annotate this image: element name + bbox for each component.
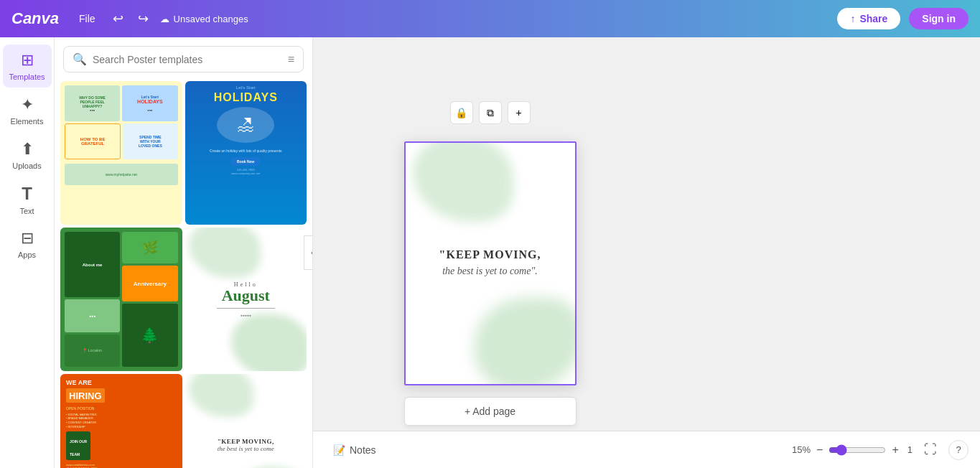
zoom-plus-icon[interactable]: + [892,444,898,457]
sidebar-item-elements[interactable]: ✦ Elements [3,89,52,132]
template-card-5[interactable]: WE ARE HIRING OPEN POSITION • DIGITAL MA… [60,374,182,468]
sidebar-item-text[interactable]: T Text [3,178,52,221]
uploads-icon: ⬆ [21,140,34,159]
sidebar-item-templates[interactable]: ⊞ Templates [3,45,52,88]
template-card-3[interactable]: About me ●●● 📍 Location 🌿 Anniversary 🌲 [60,228,182,371]
search-icon: 🔍 [73,52,87,66]
poster-copy-button[interactable]: ⧉ [479,101,502,124]
sidebar-item-apps[interactable]: ⊟ Apps [3,223,52,266]
sidebar-label-apps: Apps [18,251,36,259]
fullscreen-button[interactable]: ⛶ [921,439,940,460]
elements-icon: ✦ [21,95,34,114]
watercolor-blob-top [413,141,513,222]
notes-button[interactable]: 📝 Notes [325,440,385,460]
poster-card[interactable]: "KEEP MOVING, the best is yet to come". [404,141,577,385]
signin-button[interactable]: Sign in [909,8,969,29]
sidebar-item-uploads[interactable]: ⬆ Uploads [3,134,52,177]
poster-add-button[interactable]: + [508,101,531,124]
undo-button[interactable]: ↩ [110,8,126,29]
zoom-percent: 15% [792,444,811,455]
zoom-slider[interactable] [829,444,886,456]
poster-quote-main: "KEEP MOVING, [414,248,566,261]
add-page-button[interactable]: + Add page [404,397,577,426]
poster-text-container: "KEEP MOVING, the best is yet to come". [414,248,566,279]
template-card-4[interactable]: Hello August ●●●●● [185,228,307,371]
search-input[interactable] [93,54,282,65]
unsaved-indicator: ☁ Unsaved changes [160,14,248,24]
share-icon: ↑ [850,13,855,24]
unsaved-label: Unsaved changes [174,14,248,24]
collapse-panel-button[interactable]: ‹ [304,235,313,270]
apps-icon: ⊟ [21,229,34,248]
share-button[interactable]: ↑ Share [837,8,900,29]
canva-logo: Canva [11,9,59,28]
sidebar-label-templates: Templates [9,72,45,81]
share-label: Share [859,13,887,24]
redo-button[interactable]: ↪ [135,8,151,29]
search-bar: 🔍 ≡ [63,46,304,72]
filter-icon[interactable]: ≡ [288,53,294,66]
sidebar: ⊞ Templates ✦ Elements ⬆ Uploads T Text … [0,37,55,468]
sidebar-label-text: Text [19,207,34,215]
template-card-6[interactable]: "KEEP MOVING, the best is yet to come [185,374,307,468]
poster-floating-actions: 🔒 ⧉ + [450,101,531,124]
cloud-icon: ☁ [160,14,169,24]
zoom-minus-icon[interactable]: − [816,444,823,457]
template-card-1[interactable]: WHY DO SOMEPEOPLE FEELUNHAPPY?●●● Let's … [60,81,182,225]
sidebar-label-uploads: Uploads [12,162,41,170]
page-counter: 1 [907,444,913,455]
header: Canva File ↩ ↪ ☁ Unsaved changes ↑ Share… [0,0,980,37]
sidebar-label-elements: Elements [11,117,44,126]
templates-grid: WHY DO SOMEPEOPLE FEELUNHAPPY?●●● Let's … [55,81,312,468]
status-bar: 📝 Notes 15% − + 1 ⛶ ? [313,431,980,468]
help-button[interactable]: ? [948,440,969,460]
watercolor-blob-bottom [475,298,577,385]
text-icon: T [22,184,32,204]
notes-label: Notes [350,444,376,456]
poster-quote-sub: the best is yet to come". [414,264,566,279]
templates-panel: 🔍 ≡ WHY DO SOMEPEOPLE FEELUNHAPPY?●●● Le… [55,37,313,468]
zoom-control: 15% − + [792,444,899,457]
notes-icon: 📝 [333,444,345,456]
poster-wrapper: 🔒 ⧉ + "KEEP MOVING, the best is yet to c… [404,72,577,454]
template-card-2[interactable]: Let's Start HOLIDAYS 🏖 Create an holiday… [185,81,307,225]
poster-lock-button[interactable]: 🔒 [450,101,473,124]
file-button[interactable]: File [73,10,101,27]
templates-icon: ⊞ [21,51,34,70]
